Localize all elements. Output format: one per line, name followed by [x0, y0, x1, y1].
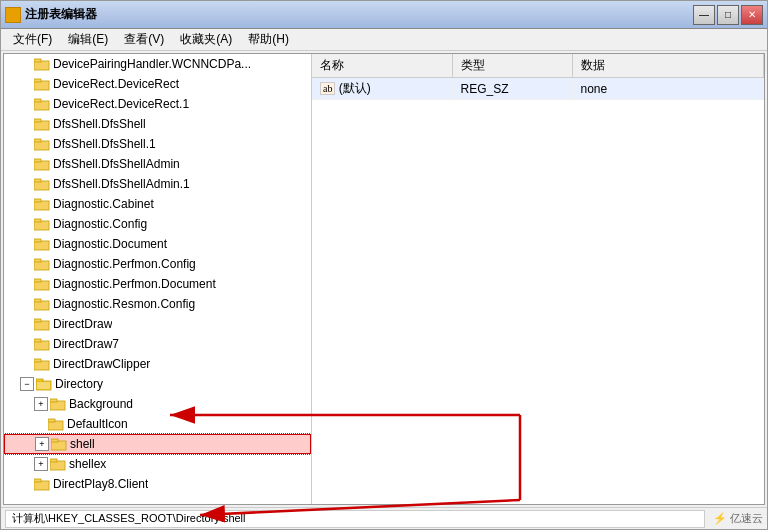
- folder-icon-t17: [36, 377, 52, 391]
- expand-btn-t20[interactable]: +: [35, 437, 49, 451]
- tree-label-t15: DirectDraw7: [53, 337, 119, 351]
- main-window: 注册表编辑器 — □ ✕ 文件(F) 编辑(E) 查看(V) 收藏夹(A) 帮助…: [0, 0, 768, 530]
- title-icon: [5, 7, 21, 23]
- tree-item-t9[interactable]: Diagnostic.Config: [4, 214, 311, 234]
- folder-icon-t11: [34, 257, 50, 271]
- svg-rect-34: [37, 382, 50, 389]
- cell-data: none: [572, 78, 764, 100]
- tree-label-t10: Diagnostic.Document: [53, 237, 167, 251]
- svg-rect-42: [50, 459, 57, 462]
- tree-item-t7[interactable]: DfsShell.DfsShellAdmin.1: [4, 174, 311, 194]
- svg-rect-13: [34, 179, 41, 182]
- title-bar: 注册表编辑器 — □ ✕: [1, 1, 767, 29]
- main-wrapper: DevicePairingHandler.WCNNCDPa... DeviceR…: [1, 51, 767, 507]
- svg-rect-44: [34, 479, 41, 482]
- folder-icon-t15: [34, 337, 50, 351]
- tree-item-t2[interactable]: DeviceRect.DeviceRect: [4, 74, 311, 94]
- tree-item-t13[interactable]: Diagnostic.Resmon.Config: [4, 294, 311, 314]
- folder-icon-t14: [34, 317, 50, 331]
- menu-file[interactable]: 文件(F): [5, 29, 60, 50]
- maximize-button[interactable]: □: [717, 5, 739, 25]
- svg-rect-17: [34, 219, 41, 222]
- folder-icon-t20: [51, 437, 67, 451]
- folder-icon-t13: [34, 297, 50, 311]
- tree-label-t3: DeviceRect.DeviceRect.1: [53, 97, 189, 111]
- svg-rect-33: [36, 379, 43, 382]
- menu-edit[interactable]: 编辑(E): [60, 29, 116, 50]
- tree-label-t9: Diagnostic.Config: [53, 217, 147, 231]
- cell-name: ab (默认): [312, 78, 452, 100]
- folder-icon-t1: [34, 57, 50, 71]
- expand-btn-t18[interactable]: +: [34, 397, 48, 411]
- expand-btn-t17[interactable]: −: [20, 377, 34, 391]
- tree-label-t18: Background: [69, 397, 133, 411]
- menu-help[interactable]: 帮助(H): [240, 29, 297, 50]
- folder-icon-t16: [34, 357, 50, 371]
- folder-icon-t18: [50, 397, 66, 411]
- svg-rect-15: [34, 199, 41, 202]
- tree-item-t19[interactable]: DefaultIcon: [4, 414, 311, 434]
- window-title: 注册表编辑器: [25, 6, 97, 23]
- tree-label-t13: Diagnostic.Resmon.Config: [53, 297, 195, 311]
- tree-label-t6: DfsShell.DfsShellAdmin: [53, 157, 180, 171]
- close-button[interactable]: ✕: [741, 5, 763, 25]
- title-bar-left: 注册表编辑器: [5, 6, 97, 23]
- tree-item-t20[interactable]: + shell: [4, 434, 311, 454]
- registry-table: 名称 类型 数据 ab (默认)REG_SZnone: [312, 54, 764, 100]
- tree-label-t19: DefaultIcon: [67, 417, 128, 431]
- svg-rect-38: [48, 419, 55, 422]
- folder-icon-t5: [34, 137, 50, 151]
- folder-icon-t19: [48, 417, 64, 431]
- table-row[interactable]: ab (默认)REG_SZnone: [312, 78, 764, 100]
- folder-icon-t21: [50, 457, 66, 471]
- tree-label-t21: shellex: [69, 457, 106, 471]
- title-bar-buttons: — □ ✕: [693, 5, 763, 25]
- tree-item-t10[interactable]: Diagnostic.Document: [4, 234, 311, 254]
- status-path: 计算机\HKEY_CLASSES_ROOT\Directory\shell: [5, 510, 705, 528]
- tree-label-t17: Directory: [55, 377, 103, 391]
- svg-rect-3: [34, 79, 41, 82]
- folder-icon-t8: [34, 197, 50, 211]
- tree-item-t21[interactable]: + shellex: [4, 454, 311, 474]
- expand-btn-t21[interactable]: +: [34, 457, 48, 471]
- tree-label-t11: Diagnostic.Perfmon.Config: [53, 257, 196, 271]
- status-logo: ⚡ 亿速云: [713, 511, 763, 526]
- main-content: DevicePairingHandler.WCNNCDPa... DeviceR…: [3, 53, 765, 505]
- folder-icon-t3: [34, 97, 50, 111]
- folder-icon-t22: [34, 477, 50, 491]
- tree-item-t22[interactable]: DirectPlay8.Client: [4, 474, 311, 494]
- menu-favorites[interactable]: 收藏夹(A): [172, 29, 240, 50]
- tree-label-t7: DfsShell.DfsShellAdmin.1: [53, 177, 190, 191]
- tree-item-t12[interactable]: Diagnostic.Perfmon.Document: [4, 274, 311, 294]
- svg-rect-19: [34, 239, 41, 242]
- tree-item-t16[interactable]: DirectDrawClipper: [4, 354, 311, 374]
- status-bar: 计算机\HKEY_CLASSES_ROOT\Directory\shell ⚡ …: [1, 507, 767, 529]
- right-pane: 名称 类型 数据 ab (默认)REG_SZnone: [312, 54, 764, 504]
- tree-item-t8[interactable]: Diagnostic.Cabinet: [4, 194, 311, 214]
- menu-view[interactable]: 查看(V): [116, 29, 172, 50]
- tree-item-t14[interactable]: DirectDraw: [4, 314, 311, 334]
- tree-item-t3[interactable]: DeviceRect.DeviceRect.1: [4, 94, 311, 114]
- cell-type: REG_SZ: [452, 78, 572, 100]
- svg-rect-23: [34, 279, 41, 282]
- col-type: 类型: [452, 54, 572, 78]
- svg-rect-9: [34, 139, 41, 142]
- svg-rect-29: [34, 339, 41, 342]
- menu-bar: 文件(F) 编辑(E) 查看(V) 收藏夹(A) 帮助(H): [1, 29, 767, 51]
- folder-icon-t10: [34, 237, 50, 251]
- svg-rect-27: [34, 319, 41, 322]
- tree-item-t5[interactable]: DfsShell.DfsShell.1: [4, 134, 311, 154]
- tree-item-t15[interactable]: DirectDraw7: [4, 334, 311, 354]
- svg-rect-7: [34, 119, 41, 122]
- tree-item-t1[interactable]: DevicePairingHandler.WCNNCDPa...: [4, 54, 311, 74]
- folder-icon-t9: [34, 217, 50, 231]
- minimize-button[interactable]: —: [693, 5, 715, 25]
- tree-pane[interactable]: DevicePairingHandler.WCNNCDPa... DeviceR…: [4, 54, 312, 504]
- logo-text: 亿速云: [730, 512, 763, 524]
- tree-item-t18[interactable]: + Background: [4, 394, 311, 414]
- tree-item-t17[interactable]: − Directory: [4, 374, 311, 394]
- tree-label-t2: DeviceRect.DeviceRect: [53, 77, 179, 91]
- tree-item-t4[interactable]: DfsShell.DfsShell: [4, 114, 311, 134]
- tree-item-t11[interactable]: Diagnostic.Perfmon.Config: [4, 254, 311, 274]
- tree-item-t6[interactable]: DfsShell.DfsShellAdmin: [4, 154, 311, 174]
